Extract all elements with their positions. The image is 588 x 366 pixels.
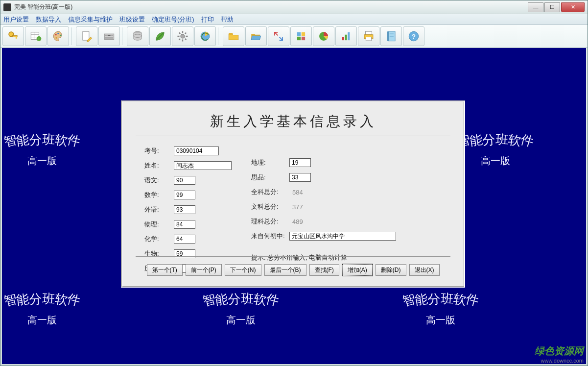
field-input[interactable] (174, 191, 195, 199)
form-row: 地理: (251, 157, 396, 169)
form-row: 姓名: (144, 160, 232, 171)
brand-logo: 智能分班软件高一版 (4, 291, 80, 327)
field-input[interactable] (174, 249, 195, 258)
grid-icon[interactable] (290, 26, 312, 46)
pie-chart-icon[interactable] (313, 26, 334, 46)
titlebar: 完美 智能分班(高一版) — ☐ ✕ (0, 0, 588, 14)
menu-item[interactable]: 帮助 (221, 15, 234, 24)
brand-logo: 智能分班软件高一版 (4, 131, 80, 168)
svg-text:+: + (38, 37, 40, 41)
menu-item[interactable]: 用户设置 (3, 15, 29, 24)
maximize-button[interactable]: ☐ (544, 2, 560, 12)
svg-rect-33 (297, 36, 301, 40)
dialog-button[interactable]: 查找(F) (309, 264, 339, 276)
drawer-icon[interactable] (98, 26, 120, 46)
workspace: 智能分班软件高一版 智能分班软件高一版 智能分班软件高一版 智能分班软件高一版 … (2, 48, 586, 364)
database-icon[interactable] (127, 26, 148, 46)
help-icon[interactable]: ? (403, 26, 424, 46)
field-input[interactable] (289, 232, 396, 241)
form-row: 语文: (144, 174, 232, 186)
field-input[interactable] (174, 176, 195, 185)
student-entry-dialog: 新生入学基本信息录入 考号:姓名:语文:数学:外语:物理:化学:生物:历史: 地… (121, 100, 465, 288)
minimize-button[interactable]: — (528, 2, 543, 12)
leaf-icon[interactable] (149, 26, 171, 46)
bar-chart-icon[interactable] (335, 26, 357, 46)
field-label: 来自何初中: (251, 232, 289, 241)
form-row: 物理: (144, 219, 232, 230)
page-edit-icon[interactable] (76, 26, 97, 46)
field-label: 理科总分: (251, 217, 289, 226)
brand-logo: 智能分班软件高一版 (402, 291, 479, 327)
palette-icon[interactable] (47, 26, 69, 46)
dialog-button[interactable]: 删除(D) (376, 264, 406, 276)
menu-item[interactable]: 数据导入 (36, 15, 61, 24)
window-controls: — ☐ ✕ (528, 2, 585, 12)
table-add-icon[interactable]: + (25, 26, 47, 46)
dialog-button[interactable]: 增加(A) (342, 264, 373, 276)
field-input[interactable] (174, 146, 219, 155)
field-label: 外语: (144, 205, 174, 214)
svg-rect-37 (345, 34, 347, 40)
field-label: 思品: (251, 173, 289, 182)
form-row: 生物: (144, 248, 232, 260)
field-input[interactable] (174, 235, 195, 244)
key-icon[interactable] (2, 26, 24, 46)
svg-point-9 (55, 34, 57, 35)
field-label: 物理: (144, 220, 174, 229)
form-column-left: 考号:姓名:语文:数学:外语:物理:化学:生物:历史: (144, 145, 232, 274)
dialog-button[interactable]: 退出(X) (409, 264, 440, 276)
svg-rect-30 (229, 33, 233, 34)
dialog-button[interactable]: 下一个(N) (225, 264, 261, 276)
svg-rect-36 (342, 37, 344, 40)
menu-item[interactable]: 班级设置 (119, 15, 145, 24)
svg-line-26 (185, 38, 186, 39)
hint-text: 提示: 总分不用输入, 电脑自动计算 (251, 253, 347, 262)
menu-item[interactable]: 信息采集与维护 (68, 15, 113, 24)
field-label: 文科总分: (251, 202, 289, 211)
menu-item[interactable]: 确定班号(分班) (152, 15, 194, 24)
field-input[interactable] (174, 205, 195, 214)
svg-point-11 (60, 34, 61, 36)
field-value: 377 (289, 203, 303, 211)
folder-open-icon[interactable] (245, 26, 267, 46)
field-value: 489 (289, 218, 303, 225)
dialog-button[interactable]: 最后一个(B) (264, 264, 306, 276)
svg-rect-2 (16, 37, 17, 38)
window-title: 完美 智能分班(高一版) (14, 3, 528, 11)
field-label: 化学: (144, 235, 174, 244)
svg-point-12 (55, 37, 57, 38)
arrows-icon[interactable] (268, 26, 289, 46)
toolbar: +? (0, 25, 588, 48)
form-row: 来自何初中: (251, 230, 396, 242)
svg-rect-41 (366, 37, 371, 40)
form-row: 理科总分:489 (251, 216, 396, 227)
dialog-button[interactable]: 前一个(P) (186, 264, 222, 276)
field-label: 全科总分: (251, 188, 289, 196)
pie-refresh-icon[interactable] (194, 26, 216, 46)
field-input[interactable] (174, 161, 232, 170)
svg-rect-34 (302, 36, 305, 40)
app-window: 完美 智能分班(高一版) — ☐ ✕ 用户设置数据导入信息采集与维护班级设置确定… (0, 0, 588, 366)
svg-point-10 (57, 32, 59, 34)
field-label: 数学: (144, 191, 174, 199)
svg-rect-39 (366, 31, 372, 35)
field-input[interactable] (174, 220, 195, 229)
gear-icon[interactable] (172, 26, 193, 46)
field-input[interactable] (289, 173, 311, 182)
field-input[interactable] (289, 158, 311, 167)
dialog-button-row: 第一个(T)前一个(P)下一个(N)最后一个(B)查找(F)增加(A)删除(D)… (122, 264, 464, 276)
dialog-title: 新生入学基本信息录入 (136, 112, 450, 131)
brand-logo: 智能分班软件高一版 (203, 291, 279, 327)
svg-rect-43 (387, 31, 389, 41)
svg-rect-1 (12, 35, 17, 37)
svg-rect-31 (297, 32, 301, 35)
menu-item[interactable]: 打印 (201, 15, 214, 24)
close-button[interactable]: ✕ (561, 2, 585, 12)
folder-icon[interactable] (223, 26, 244, 46)
printer-icon[interactable] (358, 26, 379, 46)
notebook-icon[interactable] (380, 26, 402, 46)
dialog-button[interactable]: 第一个(T) (147, 264, 183, 276)
field-label: 地理: (251, 158, 289, 167)
field-value: 584 (289, 189, 303, 196)
form-row: 思品: (251, 171, 396, 183)
